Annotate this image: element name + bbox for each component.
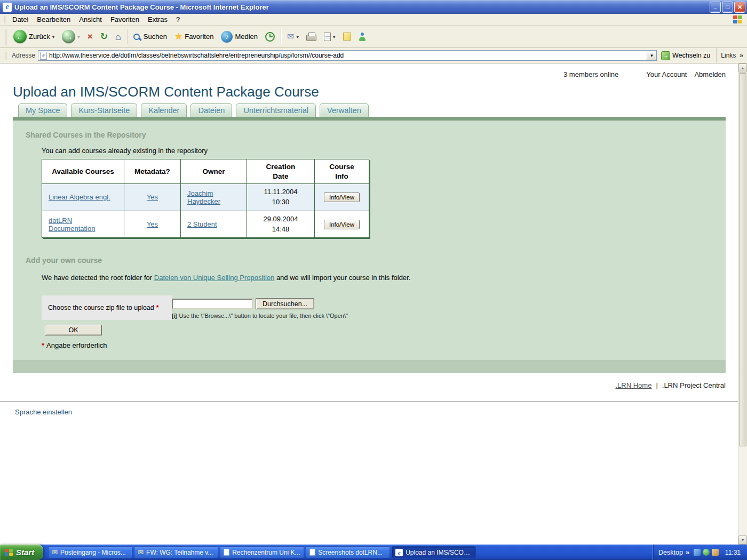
favorites-star-icon: ★ [174, 32, 182, 41]
restore-button[interactable]: □ [722, 2, 733, 13]
window-title: Upload an IMS/SCORM Content Package Cour… [14, 3, 707, 11]
links-toolbar[interactable]: Links [721, 52, 736, 59]
tab-kalender[interactable]: Kalender [141, 103, 187, 117]
owner-link[interactable]: Joachim Haydecker [187, 189, 220, 205]
home-button[interactable]: ⌂ [112, 27, 124, 46]
task-posteingang[interactable]: ✉ Posteingang - Micros... [48, 546, 132, 558]
ie-toolbar: ← Zurück ▾ → ▾ × ↻ ⌂ Suchen ★ Favoriten … [0, 26, 747, 48]
toolbar-drag-handle[interactable] [5, 29, 6, 45]
portlet-area: Shared Courses in the Repository You can… [13, 121, 726, 373]
course-link[interactable]: Linear Algebra engl. [49, 193, 110, 201]
mail-button[interactable]: ✉ ▾ [284, 27, 302, 46]
address-drag-handle[interactable] [5, 52, 6, 60]
col-owner: Owner [181, 159, 247, 184]
creation-date: 29.09.2004 [253, 214, 308, 225]
ok-button[interactable]: OK [45, 325, 102, 335]
tab-dateien[interactable]: Dateien [190, 103, 232, 117]
favorites-button[interactable]: ★ Favoriten [171, 27, 217, 46]
task-mail-fw[interactable]: ✉ FW: WG: Teilnahme v... [134, 546, 218, 558]
logout-link[interactable]: Abmelden [694, 70, 726, 78]
tab-my-space[interactable]: My Space [18, 103, 67, 117]
minimize-button[interactable]: _ [710, 2, 721, 13]
back-button[interactable]: ← Zurück ▾ [10, 27, 58, 46]
media-label: Medien [235, 33, 258, 41]
print-button[interactable] [303, 27, 320, 46]
document-icon [224, 549, 229, 556]
task-screenshots[interactable]: Screenshots dotLRN... [306, 546, 390, 558]
links-chevron-icon[interactable]: » [740, 52, 743, 59]
tab-unterrichtsmaterial[interactable]: Unterrichtsmaterial [236, 103, 316, 117]
discuss-button[interactable] [340, 27, 354, 46]
menu-bearbeiten[interactable]: Bearbeiten [33, 14, 75, 25]
address-field: e ▾ [38, 50, 657, 61]
forward-button[interactable]: → ▾ [59, 27, 83, 46]
back-dropdown-icon[interactable]: ▾ [52, 34, 55, 39]
status-icon[interactable] [703, 549, 710, 556]
window-titlebar: e Upload an IMS/SCORM Content Package Co… [0, 0, 747, 14]
edit-dropdown-icon[interactable]: ▾ [333, 34, 336, 39]
members-online: 3 members online [563, 70, 618, 78]
taskbar-tasks: ✉ Posteingang - Micros... ✉ FW: WG: Teil… [43, 545, 653, 560]
info-view-button[interactable]: Info/View [324, 193, 360, 202]
start-label: Start [16, 548, 34, 557]
lrn-home-link[interactable]: .LRN Home [615, 381, 651, 389]
vertical-scrollbar[interactable]: ▲ ▼ [738, 63, 747, 545]
refresh-button[interactable]: ↻ [97, 27, 111, 46]
address-dropdown-button[interactable]: ▾ [647, 51, 656, 60]
stop-button[interactable]: × [84, 27, 96, 46]
shared-courses-intro: You can add courses already existing in … [42, 147, 726, 155]
start-button[interactable]: Start [0, 545, 43, 560]
required-note: *Angabe erforderlich [42, 341, 726, 349]
update-icon[interactable] [712, 549, 719, 556]
info-view-button[interactable]: Info/View [324, 220, 360, 229]
taskbar-clock: 11:31 [725, 549, 741, 556]
toolbar-separator [281, 29, 281, 44]
scrollbar-thumb[interactable] [739, 73, 746, 446]
menu-ansicht[interactable]: Ansicht [75, 14, 106, 25]
taskbar: Start ✉ Posteingang - Micros... ✉ FW: WG… [0, 545, 747, 560]
your-account-link[interactable]: Your Account [646, 70, 687, 78]
tab-kurs-startseite[interactable]: Kurs-Startseite [71, 103, 137, 117]
upload-label: Choose the course zip file to upload * [42, 295, 172, 320]
menu-drag-handle[interactable] [4, 15, 5, 23]
folder-link[interactable]: Dateien von Unique Selling Proposition [154, 274, 274, 282]
minimize-icon: _ [713, 2, 717, 9]
browse-button[interactable]: Durchsuchen... [256, 298, 314, 309]
course-link[interactable]: dotLRN Documentation [49, 217, 95, 233]
desktop-toolbar[interactable]: Desktop » [658, 549, 689, 556]
menu-hilfe[interactable]: ? [172, 14, 184, 25]
page-ie-icon: e [40, 52, 47, 60]
menu-extras[interactable]: Extras [144, 14, 172, 25]
language-link[interactable]: Sprache einstellen [15, 408, 72, 416]
media-button[interactable]: ♪ Medien [218, 27, 261, 46]
mail-dropdown-icon[interactable]: ▾ [296, 34, 299, 39]
portlet-footer-strip [13, 360, 726, 373]
menu-favoriten[interactable]: Favoriten [106, 14, 144, 25]
edit-button[interactable]: ▾ [321, 27, 339, 46]
task-rechenzentrum[interactable]: Rechenzentrum Uni K... [220, 546, 304, 558]
tab-verwalten[interactable]: Verwalten [320, 103, 369, 117]
metadata-link[interactable]: Yes [147, 193, 158, 201]
history-button[interactable] [262, 27, 278, 46]
edit-page-icon [324, 33, 331, 41]
user-bar: 3 members online Your Account Abmelden [0, 63, 738, 78]
messenger-button[interactable] [355, 27, 369, 46]
go-button[interactable]: → Wechseln zu [659, 51, 712, 61]
upload-file-input[interactable] [172, 299, 253, 309]
forward-dropdown-icon[interactable]: ▾ [77, 34, 80, 39]
address-input[interactable] [47, 52, 647, 59]
search-button[interactable]: Suchen [130, 27, 170, 46]
task-upload-course[interactable]: e Upload an IMS/SCOR... [392, 546, 476, 558]
close-button[interactable]: × [734, 2, 745, 13]
lrn-project-central-link[interactable]: .LRN Project Central [662, 381, 726, 389]
scroll-down-button[interactable]: ▼ [738, 535, 747, 545]
owner-link[interactable]: 2 Student [187, 220, 217, 228]
menu-datei[interactable]: Datei [8, 14, 33, 25]
tray-chevron-icon[interactable]: » [686, 549, 689, 556]
creation-time: 10:30 [253, 197, 308, 207]
task-label: Screenshots dotLRN... [318, 549, 383, 556]
display-icon[interactable] [694, 549, 701, 556]
scroll-up-button[interactable]: ▲ [738, 63, 747, 73]
metadata-link[interactable]: Yes [147, 220, 158, 228]
menu-bar: Datei Bearbeiten Ansicht Favoriten Extra… [0, 14, 747, 26]
